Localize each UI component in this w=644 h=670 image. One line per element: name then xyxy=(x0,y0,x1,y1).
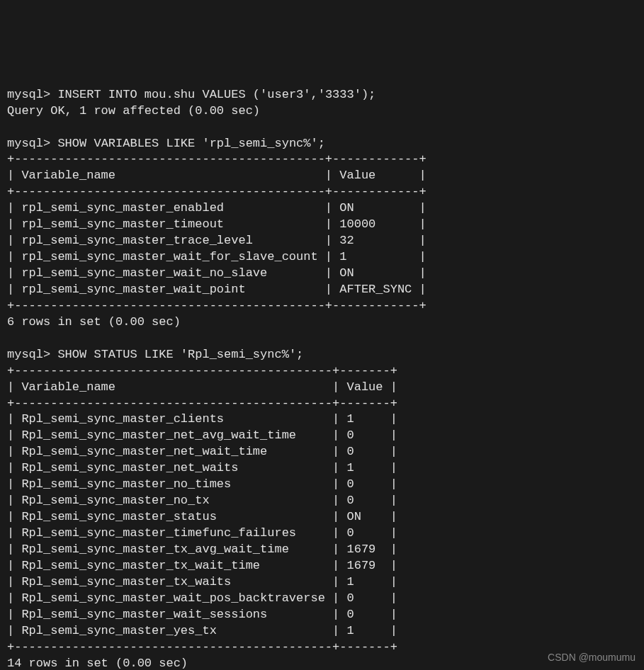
table1-row: | rpl_semi_sync_master_wait_no_slave | O… xyxy=(7,266,426,280)
table2-border: +---------------------------------------… xyxy=(7,364,397,377)
table2-row: | Rpl_semi_sync_master_tx_waits | 1 | xyxy=(7,575,397,589)
table2-header: | Variable_name | Value | xyxy=(7,380,397,394)
mysql-prompt: mysql> xyxy=(7,88,57,101)
terminal-line: mysql> INSERT INTO mou.shu VALUES ('user… xyxy=(7,71,637,670)
command-show-vars: SHOW VARIABLES LIKE 'rpl_semi_sync%'; xyxy=(57,137,324,150)
table1-header: | Variable_name | Value | xyxy=(7,169,426,182)
mysql-prompt: mysql> xyxy=(7,348,57,361)
table1-border: +---------------------------------------… xyxy=(7,152,426,166)
insert-result: Query OK, 1 row affected (0.00 sec) xyxy=(7,104,260,118)
table2-row: | Rpl_semi_sync_master_tx_wait_time | 16… xyxy=(7,559,397,572)
table2-row: | Rpl_semi_sync_master_net_wait_time | 0… xyxy=(7,445,397,458)
table2-row: | Rpl_semi_sync_master_wait_pos_backtrav… xyxy=(7,591,397,605)
command-insert: INSERT INTO mou.shu VALUES ('user3','333… xyxy=(57,88,375,101)
table1-row: | rpl_semi_sync_master_wait_point | AFTE… xyxy=(7,283,426,296)
table2-row: | Rpl_semi_sync_master_clients | 1 | xyxy=(7,412,397,426)
table2-footer: 14 rows in set (0.00 sec) xyxy=(7,657,188,670)
table1-row: | rpl_semi_sync_master_timeout | 10000 | xyxy=(7,217,426,231)
table2-row: | Rpl_semi_sync_master_wait_sessions | 0… xyxy=(7,608,397,621)
mysql-prompt: mysql> xyxy=(7,137,57,150)
table1-row: | rpl_semi_sync_master_enabled | ON | xyxy=(7,201,426,215)
table1-row: | rpl_semi_sync_master_wait_for_slave_co… xyxy=(7,250,426,263)
table2-row: | Rpl_semi_sync_master_net_avg_wait_time… xyxy=(7,428,397,442)
table2-border: +---------------------------------------… xyxy=(7,640,397,654)
table1-footer: 6 rows in set (0.00 sec) xyxy=(7,315,181,329)
table2-row: | Rpl_semi_sync_master_status | ON | xyxy=(7,510,397,523)
command-show-status: SHOW STATUS LIKE 'Rpl_semi_sync%'; xyxy=(57,348,303,361)
table2-row: | Rpl_semi_sync_master_no_times | 0 | xyxy=(7,477,397,491)
table2-row: | Rpl_semi_sync_master_net_waits | 1 | xyxy=(7,461,397,475)
table1-border: +---------------------------------------… xyxy=(7,299,426,312)
table1-row: | rpl_semi_sync_master_trace_level | 32 … xyxy=(7,234,426,247)
table2-row: | Rpl_semi_sync_master_timefunc_failures… xyxy=(7,526,397,540)
table2-row: | Rpl_semi_sync_master_yes_tx | 1 | xyxy=(7,624,397,637)
watermark-text: CSDN @moumumu xyxy=(548,651,635,664)
table1-border: +---------------------------------------… xyxy=(7,185,426,198)
table2-row: | Rpl_semi_sync_master_tx_avg_wait_time … xyxy=(7,543,397,556)
table2-border: +---------------------------------------… xyxy=(7,397,397,410)
table2-row: | Rpl_semi_sync_master_no_tx | 0 | xyxy=(7,494,397,507)
